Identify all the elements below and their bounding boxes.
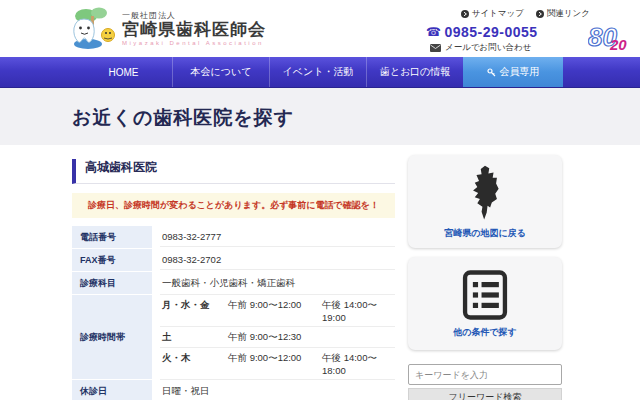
circle-arrow-icon xyxy=(536,10,544,18)
clinic-detail: 高城歯科医院 診療日、診療時間が変わることがあります。必ず事前に電話で確認を！ … xyxy=(72,145,395,400)
back-to-map-card[interactable]: 宮崎県の地図に戻る xyxy=(408,155,562,248)
table-row-closed: 休診日 日曜・祝日 xyxy=(72,380,395,400)
schedule-days: 月・水・金 xyxy=(162,299,228,323)
related-links-link[interactable]: 関連リンク xyxy=(536,8,590,20)
title-band: お近くの歯科医院を探す xyxy=(0,88,640,145)
phone-number-text: 0985-29-0055 xyxy=(444,24,537,40)
clinic-name-heading: 高城歯科医院 xyxy=(72,159,395,184)
notice-banner: 診療日、診療時間が変わることがあります。必ず事前に電話で確認を！ xyxy=(72,193,395,218)
site-header: 一般社団法人 宮崎県歯科医師会 Miyazaki Dental Associat… xyxy=(0,0,640,57)
mail-contact-label: メールでお問い合わせ xyxy=(445,42,531,54)
row-label: 休診日 xyxy=(72,380,152,400)
row-label: FAX番号 xyxy=(72,249,152,272)
logo-text: 一般社団法人 宮崎県歯科医師会 Miyazaki Dental Associat… xyxy=(122,10,266,47)
circle-arrow-icon xyxy=(461,10,469,18)
schedule-pm: 午後 14:00〜18:00 xyxy=(322,352,393,376)
miyazaki-map-icon xyxy=(464,164,506,222)
site-logo[interactable]: 一般社団法人 宮崎県歯科医師会 Miyazaki Dental Associat… xyxy=(66,4,266,52)
list-conditions-icon xyxy=(459,269,511,321)
other-conditions-link: 他の条件で探す xyxy=(453,326,517,339)
table-row-phone: 電話番号 0983-32-2777 xyxy=(72,226,395,249)
main-nav: HOME 本会について イベント・活動 歯とお口の情報 会員専用 xyxy=(0,57,640,88)
8020-logo: 80 20 xyxy=(588,22,632,56)
schedule-am: 午前 9:00〜12:30 xyxy=(228,331,322,344)
other-conditions-card[interactable]: 他の条件で探す xyxy=(408,257,562,350)
row-label: 診療時間帯 xyxy=(72,295,152,380)
org-name-en: Miyazaki Dental Association xyxy=(122,40,266,46)
nav-spacer-left xyxy=(0,57,75,87)
page-title: お近くの歯科医院を探す xyxy=(72,105,294,131)
org-name: 宮崎県歯科医師会 xyxy=(122,21,266,40)
schedule-am: 午前 9:00〜12:00 xyxy=(228,352,322,376)
page: 一般社団法人 宮崎県歯科医師会 Miyazaki Dental Associat… xyxy=(0,0,640,400)
org-type: 一般社団法人 xyxy=(122,10,266,21)
row-label: 電話番号 xyxy=(72,226,152,249)
mail-contact-link[interactable]: メールでお問い合わせ xyxy=(430,42,590,54)
mascot-icon xyxy=(66,4,118,52)
keyword-input[interactable] xyxy=(408,364,562,385)
table-row-fax: FAX番号 0983-32-2702 xyxy=(72,249,395,272)
nav-item-about[interactable]: 本会について xyxy=(172,57,269,87)
table-row-departments: 診療科目 一般歯科・小児歯科・矯正歯科 xyxy=(72,272,395,295)
nav-item-members[interactable]: 会員専用 xyxy=(463,57,563,87)
schedule-days: 火・木 xyxy=(162,352,228,376)
phone-icon: ☎ xyxy=(426,25,441,39)
freeword-search-button[interactable]: フリーワード検索 xyxy=(408,388,562,400)
row-value: 一般歯科・小児歯科・矯正歯科 xyxy=(160,272,395,295)
8020-logo-20: 20 xyxy=(609,36,627,52)
schedule-pm: 午後 14:00〜19:00 xyxy=(322,299,393,323)
clinic-info-table: 電話番号 0983-32-2777 FAX番号 0983-32-2702 診療科… xyxy=(72,226,395,400)
nav-item-events[interactable]: イベント・活動 xyxy=(269,57,366,87)
nav-item-oral-info[interactable]: 歯とお口の情報 xyxy=(366,57,463,87)
sitemap-label: サイトマップ xyxy=(472,8,524,20)
sitemap-link[interactable]: サイトマップ xyxy=(461,8,524,20)
nav-spacer-right xyxy=(563,57,640,87)
back-to-map-link: 宮崎県の地図に戻る xyxy=(444,227,526,240)
search-sidebar: 宮崎県の地図に戻る 他の条件で探す フリーワード検索 xyxy=(408,155,562,400)
header-links: サイトマップ 関連リンク xyxy=(420,8,590,20)
row-label: 診療科目 xyxy=(72,272,152,295)
main-content: 高城歯科医院 診療日、診療時間が変わることがあります。必ず事前に電話で確認を！ … xyxy=(0,145,640,400)
key-icon xyxy=(487,68,496,77)
schedule-row: 土 午前 9:00〜12:30 xyxy=(160,327,395,348)
schedule-days: 土 xyxy=(162,331,228,344)
mail-icon xyxy=(430,44,441,52)
row-value: 日曜・祝日 xyxy=(160,380,395,400)
schedule-row: 火・木 午前 9:00〜12:00 午後 14:00〜18:00 xyxy=(160,348,395,380)
row-value: 0983-32-2702 xyxy=(160,249,395,270)
nav-item-home[interactable]: HOME xyxy=(75,57,172,87)
schedule-am: 午前 9:00〜12:00 xyxy=(228,299,322,323)
row-value: 0983-32-2777 xyxy=(160,226,395,247)
related-links-label: 関連リンク xyxy=(547,8,590,20)
nav-item-members-label: 会員専用 xyxy=(500,65,540,79)
table-row-hours: 診療時間帯 月・水・金 午前 9:00〜12:00 午後 14:00〜19:00… xyxy=(72,295,395,380)
header-utilities: サイトマップ 関連リンク ☎ 0985-29-0055 xyxy=(420,8,590,54)
phone-number[interactable]: ☎ 0985-29-0055 xyxy=(426,24,590,40)
schedule-pm xyxy=(322,331,393,344)
schedule-row: 月・水・金 午前 9:00〜12:00 午後 14:00〜19:00 xyxy=(160,295,395,327)
